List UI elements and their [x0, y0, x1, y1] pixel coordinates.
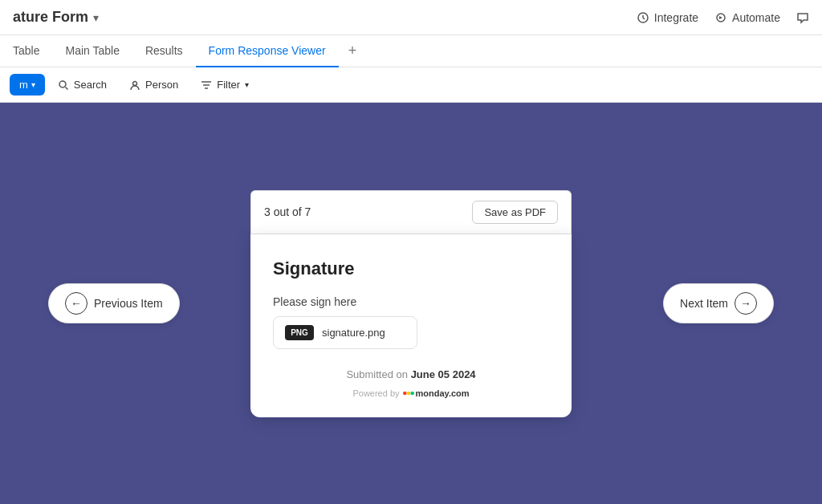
svg-point-3: [133, 81, 137, 85]
svg-point-6: [410, 391, 414, 395]
submitted-date: June 05 2024: [411, 368, 476, 380]
svg-point-5: [406, 391, 410, 395]
toolbar: m ▾ Search Person Filter ▾: [0, 67, 822, 103]
file-preview: PNG signature.png: [273, 316, 417, 349]
search-icon: [58, 79, 69, 91]
next-item-button[interactable]: Next Item →: [663, 283, 774, 323]
primary-chevron-icon: ▾: [31, 80, 35, 89]
automate-icon: [714, 11, 727, 24]
search-button[interactable]: Search: [48, 74, 116, 96]
person-icon: [129, 79, 140, 91]
comment-icon: [796, 11, 809, 24]
top-header: ature Form ▾ Integrate Automate: [0, 0, 822, 35]
main-content: ← Previous Item 3 out of 7 Save as PDF S…: [0, 103, 822, 504]
svg-point-2: [59, 81, 66, 87]
add-tab-button[interactable]: +: [339, 43, 367, 59]
next-arrow-icon: →: [735, 292, 757, 315]
integrate-button[interactable]: Integrate: [637, 11, 698, 24]
app-title: ature Form: [13, 9, 88, 26]
tabs-row: Table Main Table Results Form Response V…: [0, 35, 822, 67]
save-pdf-button[interactable]: Save as PDF: [472, 201, 558, 224]
field-label: Please sign here: [273, 295, 549, 308]
form-card: Signature Please sign here PNG signature…: [250, 234, 572, 417]
file-name: signature.png: [322, 327, 385, 339]
previous-item-button[interactable]: ← Previous Item: [48, 283, 180, 323]
integrate-icon: [637, 11, 649, 24]
person-button[interactable]: Person: [120, 74, 188, 96]
tab-form-response-viewer[interactable]: Form Response Viewer: [196, 35, 339, 67]
submitted-text: Submitted on June 05 2024: [273, 368, 549, 380]
header-right: Integrate Automate: [637, 11, 809, 24]
header-left: ature Form ▾: [13, 9, 99, 26]
powered-by: Powered by monday.com: [273, 388, 549, 398]
title-chevron-icon[interactable]: ▾: [93, 11, 99, 24]
progress-text: 3 out of 7: [264, 205, 311, 218]
tab-table[interactable]: Table: [0, 35, 52, 67]
response-card-wrapper: 3 out of 7 Save as PDF Signature Please …: [250, 190, 572, 417]
filter-chevron-icon: ▾: [245, 80, 249, 89]
progress-bar: 3 out of 7 Save as PDF: [250, 190, 572, 234]
automate-button[interactable]: Automate: [714, 11, 780, 24]
svg-point-4: [403, 391, 407, 395]
tab-main-table[interactable]: Main Table: [52, 35, 132, 67]
file-type-badge: PNG: [285, 325, 314, 340]
comment-button[interactable]: [796, 11, 809, 24]
monday-logo: monday.com: [403, 388, 470, 398]
monday-icon: [403, 389, 414, 397]
filter-icon: [201, 79, 212, 91]
filter-button[interactable]: Filter ▾: [191, 74, 258, 96]
primary-action-button[interactable]: m ▾: [10, 74, 45, 96]
tab-results[interactable]: Results: [132, 35, 196, 67]
form-title: Signature: [273, 258, 549, 279]
prev-arrow-icon: ←: [65, 292, 87, 315]
